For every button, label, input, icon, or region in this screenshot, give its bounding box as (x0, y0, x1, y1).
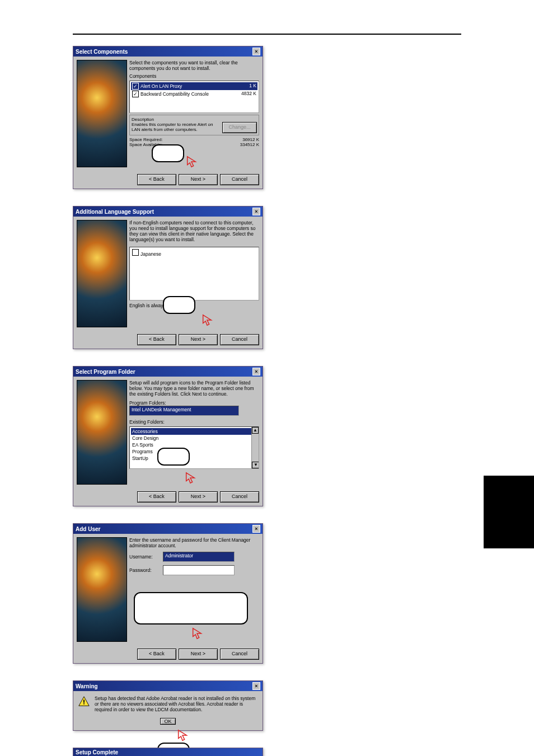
password-label: Password: (129, 567, 160, 573)
list-item[interactable]: Core Design (131, 435, 257, 442)
dialog-select-components: Select Components × Select the component… (73, 46, 263, 189)
titlebar: Setup Complete (73, 748, 263, 756)
close-icon[interactable]: × (252, 368, 260, 375)
page-top-rule (73, 34, 461, 35)
program-folders-label: Program Folders: (129, 400, 259, 406)
callout-bubble (163, 296, 195, 314)
instruction-text: Enter the username and password for the … (129, 537, 259, 548)
scrollbar[interactable]: ▲ ▼ (251, 427, 259, 468)
list-item[interactable]: ✓Backward Compatibility Console 4832 K (131, 90, 257, 98)
dialog-setup-complete: Setup Complete Setup has finished copyin… (73, 748, 263, 756)
dialog-title: Additional Language Support (76, 209, 154, 215)
titlebar: Warning × (73, 681, 263, 691)
list-item[interactable]: ✓Alert On LAN Proxy 1 K (131, 82, 257, 90)
existing-folders-list[interactable]: Accessories Core Design EA Sports Progra… (129, 426, 259, 469)
components-label: Components (129, 73, 259, 79)
space-available-value: 334512 K (240, 142, 259, 147)
back-button[interactable]: < Back (137, 649, 176, 660)
back-button[interactable]: < Back (137, 174, 176, 185)
callout-bubble (152, 144, 184, 162)
titlebar: Additional Language Support × (73, 206, 263, 217)
dialog-title: Select Program Folder (76, 369, 135, 375)
list-item[interactable]: StartUp (131, 455, 257, 462)
space-required-label: Space Required: (129, 137, 163, 142)
dialog-add-user: Add User × Enter the username and passwo… (73, 523, 263, 664)
components-list[interactable]: ✓Alert On LAN Proxy 1 K ✓Backward Compat… (129, 81, 259, 113)
change-button: Change... (222, 122, 257, 133)
wizard-side-image (77, 380, 126, 485)
next-button[interactable]: Next > (179, 649, 218, 660)
warning-text: Setup has detected that Adobe Acrobat re… (95, 696, 258, 712)
space-required-value: 36912 K (242, 137, 259, 142)
password-input[interactable] (163, 565, 235, 575)
svg-rect-1 (83, 703, 85, 705)
wizard-side-image (77, 60, 126, 167)
callout-bubble (134, 592, 248, 624)
instruction-text: If non-English computers need to connect… (129, 220, 259, 242)
close-icon[interactable]: × (252, 208, 260, 215)
list-item[interactable]: Japanese (131, 248, 257, 257)
close-icon[interactable]: × (252, 525, 260, 533)
language-list[interactable]: Japanese (129, 247, 259, 300)
list-item[interactable]: Accessories (131, 428, 257, 435)
cancel-button[interactable]: Cancel (220, 334, 259, 345)
titlebar: Add User × (73, 524, 263, 534)
page-side-tab (484, 476, 534, 548)
svg-rect-0 (83, 699, 85, 703)
dialog-additional-language: Additional Language Support × If non-Eng… (73, 206, 263, 349)
back-button[interactable]: < Back (137, 334, 176, 345)
ok-button[interactable]: OK (160, 718, 175, 725)
close-icon[interactable]: × (252, 48, 260, 55)
warning-icon (78, 696, 90, 708)
instruction-text: Select the components you want to instal… (129, 60, 259, 71)
next-button[interactable]: Next > (179, 491, 218, 503)
program-folder-input[interactable]: Intel LANDesk Management (129, 406, 239, 416)
callout-bubble (157, 448, 190, 466)
dialog-title: Warning (76, 683, 98, 689)
titlebar: Select Components × (73, 46, 263, 57)
instruction-text: Setup will add program icons to the Prog… (129, 380, 259, 397)
list-item[interactable]: EA Sports (131, 442, 257, 448)
cancel-button[interactable]: Cancel (220, 491, 259, 503)
dialog-title: Add User (76, 526, 100, 532)
dialog-title: Select Components (76, 49, 128, 55)
close-icon[interactable]: × (252, 682, 260, 690)
next-button[interactable]: Next > (179, 174, 218, 185)
username-label: Username: (129, 554, 160, 560)
list-item[interactable]: Programs (131, 448, 257, 455)
next-button[interactable]: Next > (179, 334, 218, 345)
username-input[interactable]: Administrator (163, 552, 235, 562)
wizard-side-image (77, 537, 126, 642)
dialog-title: Setup Complete (76, 749, 118, 755)
cancel-button[interactable]: Cancel (220, 174, 259, 185)
existing-folders-label: Existing Folders: (129, 419, 259, 425)
titlebar: Select Program Folder × (73, 367, 263, 377)
cancel-button[interactable]: Cancel (220, 649, 259, 660)
back-button[interactable]: < Back (137, 491, 176, 503)
pointer-icon (176, 729, 189, 741)
dialog-select-program-folder: Select Program Folder × Setup will add p… (73, 366, 263, 506)
description-box: Description Enables this computer to rec… (129, 115, 259, 135)
wizard-side-image (77, 220, 126, 327)
dialog-warning: Warning × Setup has detected that Adobe … (73, 680, 263, 731)
